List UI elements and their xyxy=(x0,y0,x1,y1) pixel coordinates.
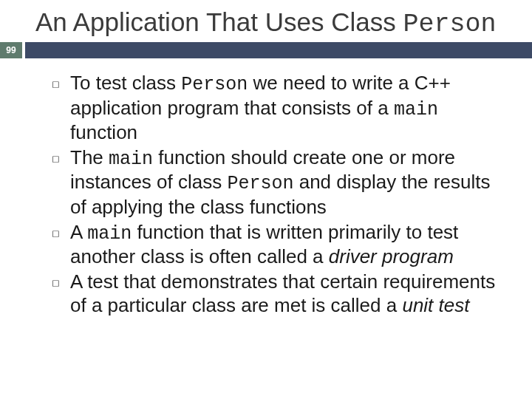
text-run: function xyxy=(70,121,137,143)
bullet-text: The main function should create one or m… xyxy=(70,146,510,219)
bullet-marker-icon: ◻ xyxy=(52,278,60,287)
bullet-item: ◻To test class Person we need to write a… xyxy=(52,72,510,145)
bullet-marker-icon: ◻ xyxy=(52,228,60,238)
divider-bar xyxy=(25,42,532,58)
bullet-text: A test that demonstrates that certain re… xyxy=(70,270,510,317)
bullet-item: ◻The main function should create one or … xyxy=(52,146,510,219)
text-run: To test class xyxy=(70,72,181,94)
bullet-marker-icon: ◻ xyxy=(52,79,60,89)
emphasis-text: driver program xyxy=(329,245,454,267)
code-text: Person xyxy=(181,74,248,95)
text-run: The xyxy=(70,146,109,168)
slide-title-area: An Application That Uses Class Person xyxy=(0,0,532,39)
content-area: ◻To test class Person we need to write a… xyxy=(0,58,532,317)
bullet-text: A main function that is written primaril… xyxy=(70,221,510,269)
code-text: main xyxy=(394,99,438,120)
slide-title: An Application That Uses Class Person xyxy=(35,7,532,39)
bullet-marker-icon: ◻ xyxy=(52,154,60,163)
text-run: A xyxy=(70,221,87,243)
title-text: An Application That Uses Class xyxy=(35,7,396,36)
code-text: main xyxy=(109,149,153,170)
emphasis-text: unit test xyxy=(402,294,469,316)
code-text: main xyxy=(87,223,132,245)
bullet-item: ◻A main function that is written primari… xyxy=(52,221,510,269)
divider-row: 99 xyxy=(0,42,532,58)
title-mono: Person xyxy=(403,10,496,39)
bullet-item: ◻A test that demonstrates that certain r… xyxy=(52,270,510,317)
bullet-text: To test class Person we need to write a … xyxy=(70,72,510,145)
page-number-badge: 99 xyxy=(0,42,22,58)
code-text: Person xyxy=(227,173,293,194)
